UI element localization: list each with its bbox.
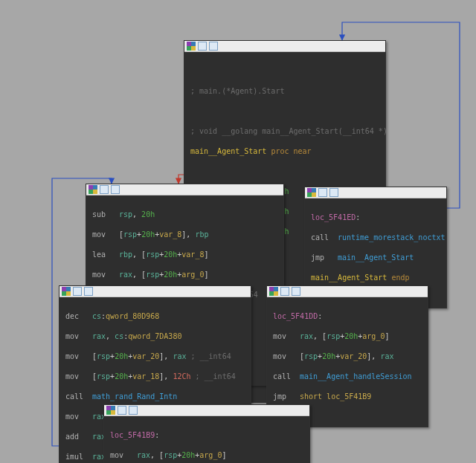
disassembly-graph: ; main.(*Agent).Start ; void __golang ma…: [0, 0, 476, 463]
color-icon: [269, 287, 278, 296]
node-titlebar: [267, 286, 428, 297]
node-titlebar: [184, 41, 385, 52]
color-icon: [106, 406, 115, 415]
window-icon: [129, 406, 138, 415]
window-icon: [329, 188, 338, 197]
window-icon: [118, 406, 126, 415]
color-icon: [187, 42, 196, 51]
window-icon: [100, 185, 109, 194]
window-icon: [292, 287, 300, 296]
window-icon: [280, 287, 289, 296]
code-block: loc_5F41B9: movrax, [rsp+20h+arg_0] movr…: [104, 416, 309, 463]
window-icon: [84, 287, 93, 296]
node-titlebar: [305, 187, 446, 198]
window-icon: [111, 185, 120, 194]
node-titlebar: [104, 405, 309, 416]
color-icon: [307, 188, 316, 197]
color-icon: [89, 185, 97, 194]
node-titlebar: [60, 286, 251, 297]
window-icon: [198, 42, 207, 51]
node-waitgroup[interactable]: loc_5F41B9: movrax, [rsp+20h+arg_0] movr…: [103, 404, 310, 463]
window-icon: [318, 188, 327, 197]
color-icon: [62, 287, 71, 296]
window-icon: [209, 42, 218, 51]
window-icon: [73, 287, 82, 296]
node-titlebar: [86, 184, 283, 195]
